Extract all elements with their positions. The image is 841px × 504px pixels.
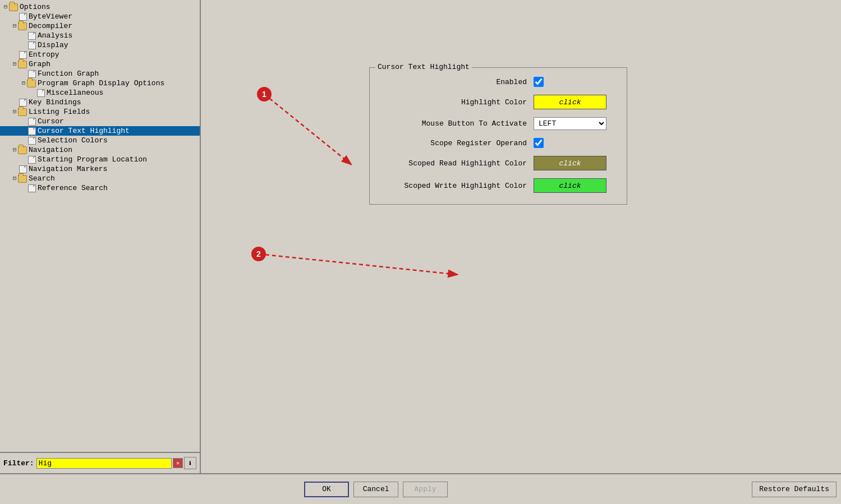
- tree-label-entropy: Entropy: [29, 50, 59, 59]
- folder-icon-decompiler: [18, 22, 27, 30]
- settings-box: Cursor Text Highlight Enabled Highlight …: [369, 67, 627, 205]
- tree-item-graph[interactable]: ⊟Graph: [0, 59, 200, 69]
- tree-label-miscellaneous: Miscellaneous: [47, 89, 103, 97]
- folder-icon-navigation: [18, 146, 27, 154]
- page-icon-miscellaneous: [37, 89, 45, 97]
- tree-label-decompiler: Decompiler: [29, 22, 72, 30]
- page-icon-selection-colors: [28, 137, 36, 145]
- tree-item-miscellaneous[interactable]: Miscellaneous: [0, 88, 200, 98]
- folder-icon-graph: [18, 61, 27, 68]
- expand-icon-navigation[interactable]: ⊟: [11, 147, 18, 154]
- settings-row-mouse-button: Mouse Button To Activate LEFT MIDDLE RIG…: [381, 117, 615, 130]
- filter-input[interactable]: [36, 458, 172, 469]
- tree-label-key-bindings: Key Bindings: [29, 98, 81, 107]
- tree-item-cursor[interactable]: Cursor: [0, 117, 200, 126]
- ok-button[interactable]: OK: [304, 482, 349, 497]
- folder-icon-program-graph-display: [27, 80, 36, 87]
- tree-label-search: Search: [29, 174, 55, 183]
- tree-label-cursor: Cursor: [38, 117, 64, 126]
- tree-item-cursor-text-highlight[interactable]: Cursor Text Highlight: [0, 126, 200, 136]
- tree-item-key-bindings[interactable]: Key Bindings: [0, 98, 200, 107]
- expand-icon-search[interactable]: ⊟: [11, 175, 18, 182]
- tree-item-navigation[interactable]: ⊟Navigation: [0, 145, 200, 155]
- tree-label-selection-colors: Selection Colors: [38, 136, 108, 145]
- label-highlight-color: Highlight Color: [381, 98, 527, 107]
- tree-item-display[interactable]: Display: [0, 40, 200, 50]
- tree-item-search[interactable]: ⊟Search: [0, 174, 200, 183]
- tree-area: ⊟OptionsByteViewer⊟DecompilerAnalysisDis…: [0, 0, 200, 452]
- tree-item-byteviewer[interactable]: ByteViewer: [0, 12, 200, 21]
- tree-item-entropy[interactable]: Entropy: [0, 50, 200, 59]
- page-icon-starting-program-location: [28, 156, 36, 164]
- filter-clear-button[interactable]: ✕: [173, 458, 183, 468]
- tree-label-options: Options: [20, 3, 50, 11]
- page-icon-cursor-text-highlight: [28, 127, 36, 135]
- bottom-row: OK Cancel Apply Restore Defaults: [0, 473, 841, 504]
- tree-label-navigation: Navigation: [29, 146, 72, 154]
- tree-label-navigation-markers: Navigation Markers: [29, 165, 107, 173]
- label-scope-register: Scope Register Operand: [381, 139, 527, 147]
- page-icon-entropy: [19, 51, 27, 59]
- tree-item-selection-colors[interactable]: Selection Colors: [0, 136, 200, 145]
- bottom-center: OK Cancel Apply: [0, 482, 752, 497]
- cancel-button[interactable]: Cancel: [353, 482, 398, 497]
- tree-item-function-graph[interactable]: Function Graph: [0, 69, 200, 78]
- tree-label-cursor-text-highlight: Cursor Text Highlight: [38, 127, 130, 135]
- scoped-read-color-button[interactable]: click: [534, 156, 606, 170]
- page-icon-function-graph: [28, 70, 36, 78]
- tree-label-program-graph-display: Program Graph Display Options: [38, 79, 164, 87]
- label-scoped-write: Scoped Write Highlight Color: [381, 182, 527, 190]
- folder-icon-options: [9, 3, 18, 11]
- tree-item-listing-fields[interactable]: ⊟Listing Fields: [0, 107, 200, 117]
- checkbox-enabled[interactable]: [534, 77, 544, 87]
- settings-box-title: Cursor Text Highlight: [375, 63, 472, 71]
- expand-icon-graph[interactable]: ⊟: [11, 61, 18, 68]
- tree-label-reference-search: Reference Search: [38, 184, 108, 192]
- settings-row-scoped-read: Scoped Read Highlight Color click: [381, 156, 615, 170]
- tree-item-program-graph-display[interactable]: ⊟Program Graph Display Options: [0, 78, 200, 88]
- restore-defaults-button[interactable]: Restore Defaults: [752, 482, 837, 497]
- settings-row-scoped-write: Scoped Write Highlight Color click: [381, 178, 615, 193]
- svg-line-2: [259, 254, 459, 275]
- folder-icon-search: [18, 175, 27, 183]
- svg-line-1: [264, 94, 352, 165]
- left-panel: ⊟OptionsByteViewer⊟DecompilerAnalysisDis…: [0, 0, 201, 473]
- right-panel: 1 2 Cursor Text Highlight Enabled: [201, 0, 841, 473]
- settings-row-scope-register: Scope Register Operand: [381, 138, 615, 148]
- expand-icon-program-graph-display[interactable]: ⊟: [20, 80, 27, 87]
- settings-row-enabled: Enabled: [381, 77, 615, 87]
- tree-label-function-graph: Function Graph: [38, 70, 99, 78]
- filter-nav-button[interactable]: ⬇: [184, 457, 196, 469]
- tree-label-graph: Graph: [29, 60, 50, 68]
- expand-icon-decompiler[interactable]: ⊟: [11, 23, 18, 30]
- apply-button[interactable]: Apply: [403, 482, 448, 497]
- label-mouse-button: Mouse Button To Activate: [381, 119, 527, 128]
- tree-item-reference-search[interactable]: Reference Search: [0, 183, 200, 193]
- annotation-1: 1: [257, 87, 272, 101]
- tree-label-display: Display: [38, 41, 68, 49]
- tree-item-starting-program-location[interactable]: Starting Program Location: [0, 155, 200, 164]
- page-icon-byteviewer: [19, 13, 27, 21]
- tree-label-listing-fields: Listing Fields: [29, 108, 90, 116]
- checkbox-scope-register[interactable]: [534, 138, 544, 148]
- tree-item-options[interactable]: ⊟Options: [0, 2, 200, 12]
- folder-icon-listing-fields: [18, 108, 27, 116]
- page-icon-display: [28, 41, 36, 49]
- expand-icon-listing-fields[interactable]: ⊟: [11, 109, 18, 115]
- tree-label-byteviewer: ByteViewer: [29, 12, 72, 21]
- page-icon-reference-search: [28, 184, 36, 192]
- mouse-button-dropdown[interactable]: LEFT MIDDLE RIGHT: [534, 117, 606, 130]
- filter-label: Filter:: [3, 459, 34, 468]
- expand-icon-options[interactable]: ⊟: [2, 4, 9, 11]
- tree-item-decompiler[interactable]: ⊟Decompiler: [0, 21, 200, 31]
- tree-item-analysis[interactable]: Analysis: [0, 31, 200, 40]
- highlight-color-button[interactable]: click: [534, 95, 606, 109]
- tree-item-navigation-markers[interactable]: Navigation Markers: [0, 164, 200, 174]
- page-icon-navigation-markers: [19, 165, 27, 173]
- scoped-write-color-button[interactable]: click: [534, 178, 606, 193]
- annotation-2: 2: [251, 247, 266, 261]
- page-icon-analysis: [28, 32, 36, 40]
- page-icon-cursor: [28, 118, 36, 126]
- filter-bar: Filter: ✕ ⬇: [0, 452, 200, 473]
- tree-label-analysis: Analysis: [38, 31, 72, 40]
